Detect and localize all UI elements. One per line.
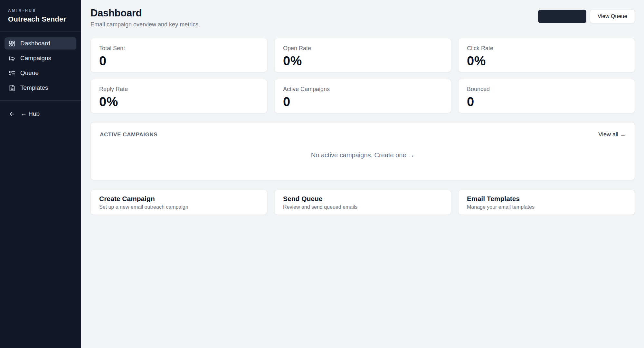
email-templates-card[interactable]: Email Templates Manage your email templa…	[458, 190, 635, 215]
view-queue-button[interactable]: View Queue	[590, 10, 635, 23]
active-campaigns-panel: ACTIVE CAMPAIGNS View all → No active ca…	[90, 122, 635, 180]
action-card-title: Send Queue	[283, 195, 442, 203]
stat-value: 0	[283, 95, 442, 109]
send-queue-card[interactable]: Send Queue Review and send queued emails	[274, 190, 451, 215]
dashboard-grid-icon	[9, 40, 15, 47]
list-todo-icon	[9, 70, 15, 77]
stat-card-open-rate: Open Rate 0%	[274, 38, 451, 72]
action-card-description: Manage your email templates	[467, 204, 626, 210]
stat-card-click-rate: Click Rate 0%	[458, 38, 635, 72]
sidebar-item-label: Dashboard	[20, 40, 50, 47]
stat-card-reply-rate: Reply Rate 0%	[90, 79, 267, 113]
quick-actions-grid: Create Campaign Set up a new email outre…	[90, 190, 635, 215]
page-title: Dashboard	[90, 7, 200, 19]
megaphone-icon	[9, 55, 15, 62]
stat-card-total-sent: Total Sent 0	[90, 38, 267, 72]
page-header: Dashboard Email campaign overview and ke…	[90, 7, 635, 28]
stat-label: Open Rate	[283, 45, 442, 52]
back-to-hub-link[interactable]: ← Hub	[5, 110, 76, 117]
brand: AMIR-HUB Outreach Sender	[5, 8, 76, 23]
stat-value: 0	[99, 54, 259, 68]
stat-value: 0%	[283, 54, 442, 68]
sidebar-nav: Dashboard Campaigns Queue Templates	[5, 37, 76, 96]
view-all-link[interactable]: View all →	[598, 131, 626, 138]
sidebar-item-label: Queue	[20, 69, 39, 77]
stat-label: Total Sent	[99, 45, 259, 52]
sidebar-item-label: Templates	[20, 84, 48, 91]
stat-label: Reply Rate	[99, 86, 259, 93]
create-campaign-card[interactable]: Create Campaign Set up a new email outre…	[90, 190, 267, 215]
brand-name: Outreach Sender	[8, 15, 73, 23]
action-card-title: Create Campaign	[99, 195, 259, 203]
page-subtitle: Email campaign overview and key metrics.	[90, 21, 200, 28]
action-card-description: Review and send queued emails	[283, 204, 442, 210]
stat-card-bounced: Bounced 0	[458, 79, 635, 113]
active-campaigns-header: ACTIVE CAMPAIGNS View all →	[100, 131, 626, 138]
sidebar-item-label: Campaigns	[20, 55, 51, 62]
empty-state-message: No active campaigns. Create one →	[100, 151, 626, 159]
stat-label: Click Rate	[467, 45, 626, 52]
page-header-text: Dashboard Email campaign overview and ke…	[90, 7, 200, 28]
sidebar-item-queue[interactable]: Queue	[5, 67, 76, 79]
sidebar-item-campaigns[interactable]: Campaigns	[5, 52, 76, 64]
primary-dark-button[interactable]	[538, 10, 586, 23]
stat-label: Active Campaigns	[283, 86, 442, 93]
action-card-title: Email Templates	[467, 195, 626, 203]
action-card-description: Set up a new email outreach campaign	[99, 204, 259, 210]
sidebar: AMIR-HUB Outreach Sender Dashboard Campa…	[0, 0, 81, 348]
hub-link-label: ← Hub	[21, 110, 40, 117]
stats-grid: Total Sent 0 Open Rate 0% Click Rate 0% …	[90, 38, 635, 113]
stat-value: 0	[467, 95, 626, 109]
sidebar-item-templates[interactable]: Templates	[5, 82, 76, 94]
file-text-icon	[9, 85, 15, 91]
create-one-link[interactable]: No active campaigns. Create one →	[311, 151, 414, 159]
main-content: Dashboard Email campaign overview and ke…	[81, 0, 644, 348]
stat-card-active-campaigns: Active Campaigns 0	[274, 79, 451, 113]
sidebar-divider-top	[0, 31, 81, 32]
stat-value: 0%	[467, 54, 626, 68]
arrow-left-icon	[9, 111, 15, 117]
stat-value: 0%	[99, 95, 259, 109]
sidebar-item-dashboard[interactable]: Dashboard	[5, 37, 76, 50]
sidebar-divider-bottom	[0, 100, 81, 101]
brand-kicker: AMIR-HUB	[8, 8, 73, 13]
stat-label: Bounced	[467, 86, 626, 93]
header-actions: View Queue	[538, 10, 635, 23]
active-campaigns-title: ACTIVE CAMPAIGNS	[100, 132, 157, 138]
